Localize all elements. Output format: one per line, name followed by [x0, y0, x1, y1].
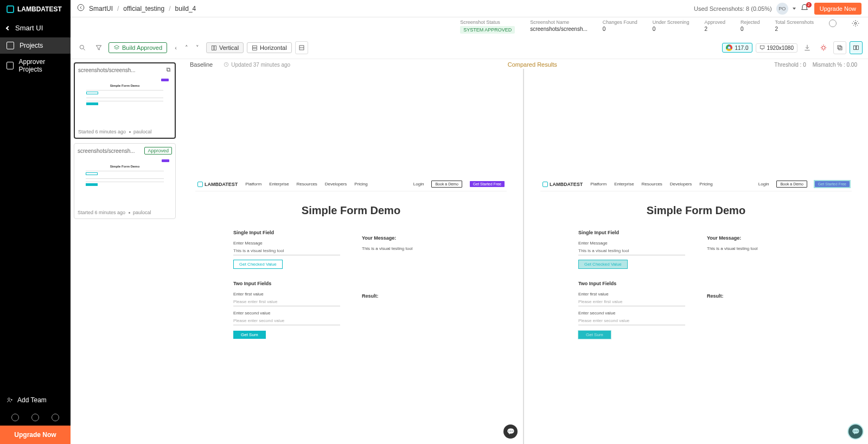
crumb-build: build_4 — [175, 5, 196, 12]
compared-label: Compared Results — [290, 61, 774, 68]
notifications-icon[interactable]: 2 — [800, 4, 810, 14]
svg-rect-9 — [760, 46, 764, 49]
resolution-pill[interactable]: 1920x1080 — [756, 43, 798, 53]
diff-mode-icon[interactable] — [295, 41, 308, 54]
thumb-name: screenshots/screensh... — [78, 67, 136, 73]
baseline-label: Baseline — [190, 61, 213, 68]
projects-icon — [7, 42, 14, 49]
topbar: SmartUI / official_testing / build_4 Use… — [71, 0, 868, 17]
baseline-pane: LAMBDATEST Platform Enterprise Resources… — [179, 69, 524, 444]
info-icon[interactable] — [829, 20, 837, 27]
avatar-menu-caret[interactable] — [793, 8, 796, 10]
crumb-project[interactable]: official_testing — [123, 5, 164, 12]
baseline-screenshot: LAMBDATEST Platform Enterprise Resources… — [195, 177, 507, 339]
upgrade-sidebar-button[interactable]: Upgrade Now — [0, 426, 71, 444]
svg-rect-4 — [212, 46, 214, 50]
content: screenshots/screensh... Simple Form Demo… — [71, 59, 868, 444]
upgrade-label: Upgrade Now — [14, 431, 56, 439]
status-badge: SYSTEM APPROVED — [460, 26, 515, 34]
info-approved: Approved 2 — [704, 20, 725, 32]
info-changes: Changes Found 0 — [603, 20, 637, 32]
upgrade-button[interactable]: Upgrade Now — [814, 3, 861, 15]
browser-badge[interactable]: 117.0 — [722, 43, 752, 53]
notif-badge: 2 — [806, 2, 812, 8]
crumb-root[interactable]: SmartUI — [89, 5, 113, 12]
info-status: Screenshot Status SYSTEM APPROVED — [460, 20, 515, 34]
build-approved-badge[interactable]: Build Approved — [108, 42, 167, 53]
filter-icon[interactable] — [92, 41, 105, 54]
sidebar-item-label: Projects — [20, 42, 43, 49]
compared-pane: LAMBDATEST Platform Enterprise Resources… — [524, 69, 868, 444]
thumb-preview: Simple Form Demo — [78, 158, 172, 207]
svg-rect-7 — [252, 48, 257, 50]
used-screenshots: Used Screenshots: 8 (0.05%) — [694, 5, 772, 12]
sidebar-tools — [0, 409, 71, 426]
sidebar-item-label: Approver Projects — [19, 58, 65, 73]
info-name: Screenshot Name screenshots/screensh... — [530, 20, 588, 32]
svg-point-10 — [822, 46, 825, 49]
diff-highlight: Get Checked Value — [578, 260, 628, 269]
svg-rect-15 — [168, 69, 170, 72]
lambda-icon — [7, 5, 14, 13]
bug-icon[interactable] — [817, 41, 830, 54]
thumb-preview: Simple Form Demo — [78, 77, 171, 126]
copy-icon[interactable] — [833, 41, 846, 54]
svg-point-1 — [78, 4, 84, 11]
download-icon[interactable] — [801, 41, 814, 54]
toolbar: Build Approved ‹ ˄ ˅ Vertical Horizontal… — [71, 39, 868, 59]
svg-point-2 — [854, 22, 857, 24]
avatar[interactable]: PO — [776, 3, 788, 15]
sidebar-item-approver[interactable]: Approver Projects — [0, 54, 71, 78]
main-area: SmartUI / official_testing / build_4 Use… — [71, 0, 868, 444]
svg-rect-5 — [214, 46, 216, 50]
clock-icon — [224, 62, 229, 67]
thumbnail-card[interactable]: screenshots/screensh... Simple Form Demo… — [74, 62, 176, 139]
search-icon[interactable] — [76, 41, 89, 54]
chrome-icon — [726, 44, 732, 51]
add-team-label: Add Team — [17, 396, 47, 404]
add-team-button[interactable]: Add Team — [0, 391, 71, 409]
mismatch-label: Mismatch % : 0.00 — [813, 62, 857, 68]
sidebar-item-projects[interactable]: Projects — [0, 37, 71, 54]
left-sidebar: LAMBDATEST Smart UI Projects Approver Pr… — [0, 0, 71, 444]
info-row: Screenshot Status SYSTEM APPROVED Screen… — [71, 17, 868, 39]
compare-mode-icon[interactable] — [850, 41, 863, 54]
help-icon[interactable] — [11, 414, 19, 421]
diff-highlight: Get Started Free — [815, 181, 850, 187]
thumb-author: paulocal — [133, 129, 152, 134]
nav-back[interactable]: Smart UI — [0, 18, 71, 37]
svg-rect-16 — [167, 68, 169, 70]
settings-icon[interactable] — [52, 414, 59, 421]
brand-text: LAMBDATEST — [17, 5, 62, 13]
compare-header: Baseline Updated 37 minutes ago Compared… — [179, 59, 868, 69]
layout-horizontal-icon — [252, 45, 258, 51]
thumb-started: Started 6 minutes ago — [78, 129, 126, 134]
sidebar-collapse-icon[interactable] — [77, 4, 85, 13]
brand-logo[interactable]: LAMBDATEST — [0, 0, 71, 18]
layout-vertical-icon — [211, 45, 217, 51]
svg-rect-6 — [252, 46, 257, 48]
threshold-label: Threshold : 0 — [774, 62, 806, 68]
key-icon[interactable] — [31, 414, 39, 421]
copy-icon[interactable] — [165, 67, 171, 74]
svg-rect-13 — [854, 46, 856, 50]
svg-rect-12 — [838, 46, 841, 49]
user-plus-icon — [7, 397, 13, 403]
vertical-toggle[interactable]: Vertical — [206, 42, 244, 53]
nav-up-icon[interactable]: ˄ — [181, 41, 192, 54]
thumb-name: screenshots/screensh... — [78, 148, 135, 154]
info-screening: Under Screening 0 — [653, 20, 690, 32]
settings-icon[interactable] — [852, 20, 859, 28]
thumb-started: Started 6 minutes ago — [78, 210, 125, 215]
chat-icon: 💬 — [503, 424, 518, 439]
compared-screenshot: LAMBDATEST Platform Enterprise Resources… — [540, 177, 852, 339]
horizontal-toggle[interactable]: Horizontal — [247, 42, 292, 53]
info-total: Total Screenshots 2 — [775, 20, 814, 32]
nav-left-icon[interactable]: ‹ — [170, 41, 181, 54]
svg-rect-11 — [839, 47, 842, 50]
svg-rect-14 — [857, 46, 859, 50]
thumbnail-card[interactable]: screenshots/screensh... Approved Simple … — [74, 143, 176, 219]
nav-down-icon[interactable]: ˅ — [192, 41, 203, 54]
layers-icon — [113, 44, 120, 51]
svg-point-0 — [8, 398, 10, 400]
